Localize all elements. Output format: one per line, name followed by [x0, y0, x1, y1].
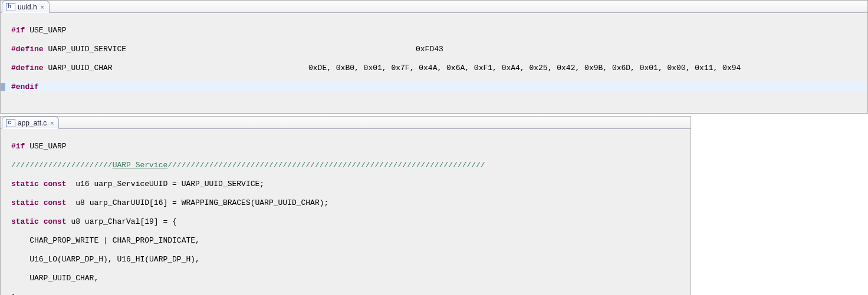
code-text: U16_LO(UARP_DP_H), U16_HI(UARP_DP_H), [11, 255, 200, 264]
code-text: CHAR_PROP_WRITE | CHAR_PROP_INDICATE, [11, 236, 200, 245]
code-text: UARP_UUID_SERVICE [44, 45, 126, 54]
preproc-define: #define [11, 45, 44, 54]
preproc-endif: #endif [11, 82, 39, 91]
kw-static: static [11, 180, 39, 188]
code-text: 0xFD43 [416, 45, 443, 54]
c-file-icon [6, 119, 15, 127]
tab-bar: app_att.c × [1, 117, 691, 129]
code-text: UARP_UUID_CHAR [44, 64, 113, 72]
tab-label: uuid.h [18, 3, 37, 11]
tab-uuid-h[interactable]: uuid.h × [2, 1, 50, 13]
close-icon[interactable]: × [40, 4, 45, 11]
editor-pane-uuid-h: uuid.h × #if USE_UARP #define UARP_UUID_… [0, 0, 868, 114]
code-text: u16 uarp_ServiceUUID = UARP_UUID_SERVICE… [67, 180, 264, 188]
kw-static: static [11, 198, 39, 207]
code-text: USE_UARP [25, 26, 66, 35]
kw-const: const [44, 217, 67, 226]
tab-bar: uuid.h × [1, 1, 867, 13]
close-icon[interactable]: × [49, 120, 55, 127]
kw-const: const [44, 198, 67, 207]
comment: ////////////////////// [11, 161, 113, 170]
preproc-if: #if [11, 26, 25, 35]
preproc-define: #define [11, 64, 44, 72]
code-text: UARP_UUID_CHAR, [11, 274, 98, 283]
comment: ////////////////////////////////////////… [167, 161, 485, 170]
code-text: u8 uarp_CharUUID[16] = WRAPPING_BRACES(U… [67, 198, 329, 207]
comment: UARP Service [113, 161, 168, 170]
tab-label: app_att.c [18, 119, 47, 127]
tab-app-att-c[interactable]: app_att.c × [2, 117, 59, 129]
code-text: u8 uarp_CharVal[19] = { [67, 217, 177, 226]
h-file-icon [6, 3, 15, 11]
preproc-if: #if [11, 142, 25, 151]
kw-static: static [11, 217, 39, 226]
kw-const: const [44, 180, 67, 188]
code-text: 0xDE, 0xB0, 0x01, 0x7F, 0x4A, 0x6A, 0xF1… [308, 64, 741, 73]
code-text: USE_UARP [25, 142, 66, 151]
editor-pane-app-att-c: app_att.c × #if USE_UARP ///////////////… [0, 116, 691, 295]
code-area-uuid-h[interactable]: #if USE_UARP #define UARP_UUID_SERVICE0x… [1, 13, 867, 113]
code-text: }; [11, 293, 21, 295]
code-area-app-att-c-1[interactable]: #if USE_UARP //////////////////////UARP … [1, 129, 691, 295]
